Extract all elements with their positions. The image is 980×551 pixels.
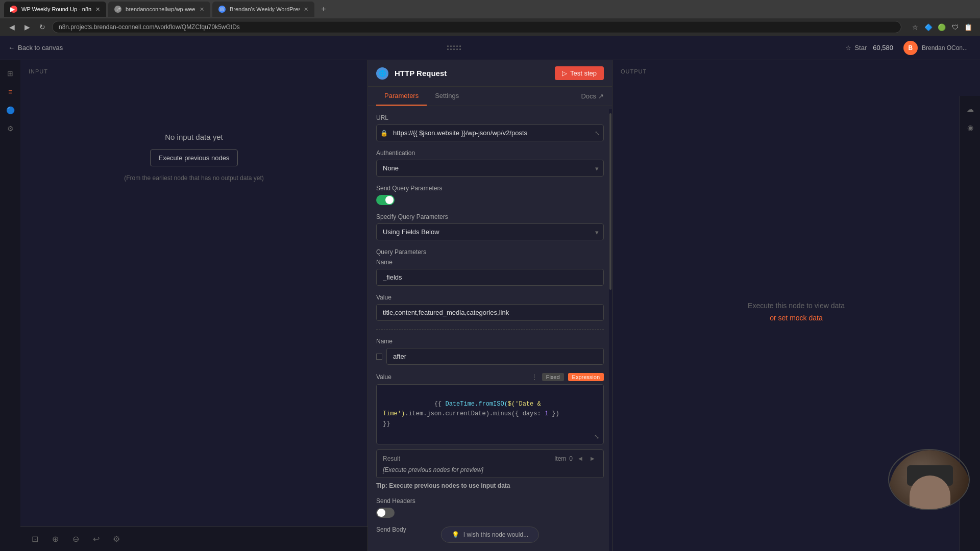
right-sidebar-icon-1[interactable]: ☁ bbox=[963, 102, 977, 116]
settings-btn[interactable]: ⚙ bbox=[108, 531, 125, 547]
test-step-btn[interactable]: ▷ Test step bbox=[555, 66, 604, 80]
user-video-avatar bbox=[889, 450, 970, 510]
scrollbar-thumb[interactable] bbox=[609, 113, 611, 290]
execute-previous-nodes-btn[interactable]: Execute previous nodes bbox=[150, 149, 238, 166]
forward-browser-btn[interactable]: ▶ bbox=[21, 21, 33, 33]
set-mock-data-link[interactable]: or set mock data bbox=[770, 314, 823, 322]
result-nav: Item 0 ◀ ▶ bbox=[554, 454, 597, 463]
specify-query-select[interactable]: Using Fields Below Using JSON bbox=[376, 223, 604, 240]
result-label: Result bbox=[383, 455, 400, 462]
expr-editor[interactable]: {{ DateTime.fromISO($('Date & Time').ite… bbox=[376, 384, 604, 444]
browser-chrome: ▶ WP Weekly Round Up - n8n ✕ ⎇ brendanoc… bbox=[0, 0, 980, 36]
param1-name-input[interactable] bbox=[376, 269, 604, 286]
send-headers-toggle-row bbox=[376, 508, 604, 518]
docs-label: Docs bbox=[581, 92, 596, 100]
expr-expand-icon[interactable]: ⤡ bbox=[594, 433, 599, 441]
output-panel-label: OUTPUT bbox=[621, 68, 972, 74]
url-input-wrapper: 🔒 ⤡ bbox=[376, 124, 604, 141]
sidebar-left: ⊞ ≡ 🔵 ⚙ bbox=[0, 60, 20, 551]
tab-1-close[interactable]: ✕ bbox=[95, 6, 100, 13]
tab-settings[interactable]: Settings bbox=[427, 87, 467, 106]
back-to-canvas-btn[interactable]: ← Back to canvas bbox=[8, 44, 63, 52]
credit-count-value: 60,580 bbox=[873, 44, 893, 52]
credit-count: 60,580 bbox=[873, 44, 893, 52]
result-next-btn[interactable]: ▶ bbox=[588, 454, 597, 463]
query-params-label: Query Parameters bbox=[376, 248, 604, 256]
param1-name-label: Name bbox=[376, 259, 604, 266]
param2-name-group: Name bbox=[376, 338, 604, 365]
auth-label: Authentication bbox=[376, 149, 604, 157]
bookmark-icon[interactable]: ☆ bbox=[910, 21, 921, 33]
param2-checkbox[interactable] bbox=[376, 354, 382, 360]
node-tabs: Parameters Settings Docs ↗ bbox=[368, 87, 612, 106]
auth-select[interactable]: None Basic Auth OAuth2 bbox=[376, 160, 604, 177]
expr-text: {{ DateTime.fromISO($('Date & Time').ite… bbox=[383, 390, 597, 439]
sidebar-icon-2[interactable]: ≡ bbox=[3, 85, 17, 99]
url-input[interactable] bbox=[376, 124, 604, 141]
zoom-out-btn[interactable]: ⊖ bbox=[67, 531, 84, 547]
input-panel-label: INPUT bbox=[29, 68, 359, 74]
expr-menu-icon[interactable]: ⋮ bbox=[531, 373, 538, 381]
star-btn[interactable]: ☆ Star bbox=[845, 44, 867, 52]
result-prev-btn[interactable]: ◀ bbox=[576, 454, 585, 463]
node-title: HTTP Request bbox=[395, 69, 549, 78]
tab-1-label: WP Weekly Round Up - n8n bbox=[21, 6, 91, 12]
url-expand-icon[interactable]: ⤡ bbox=[595, 130, 600, 137]
param2-name-input[interactable] bbox=[386, 348, 604, 365]
tab-2-close[interactable]: ✕ bbox=[200, 6, 204, 13]
user-name: Brendan OCon... bbox=[922, 44, 968, 52]
send-query-toggle-row bbox=[376, 195, 604, 205]
tab-3[interactable]: W Brendan's Weekly WordPress N... ✕ bbox=[212, 2, 314, 17]
address-bar-url: n8n.projects.brendan-oconnell.com/workfl… bbox=[59, 23, 240, 31]
extension-4-icon[interactable]: 📋 bbox=[963, 21, 974, 33]
reload-btn[interactable]: ↻ bbox=[37, 21, 48, 33]
send-query-toggle[interactable] bbox=[376, 195, 395, 205]
wish-node-icon: 💡 bbox=[452, 531, 459, 538]
app: ← Back to canvas ☆ Star 60,580 B Brendan… bbox=[0, 36, 980, 551]
right-sidebar-icon-2[interactable]: ◉ bbox=[963, 120, 977, 135]
tab-2[interactable]: ⎇ brendanoconnellwp/wp-weekl... ✕ bbox=[108, 2, 210, 17]
user-info: B Brendan OCon... bbox=[899, 41, 972, 55]
expr-expression-badge[interactable]: Expression bbox=[568, 373, 604, 381]
address-bar[interactable]: n8n.projects.brendan-oconnell.com/workfl… bbox=[52, 21, 901, 33]
test-step-icon: ▷ bbox=[562, 69, 567, 77]
tip-label: Tip: bbox=[376, 482, 387, 489]
back-browser-btn[interactable]: ◀ bbox=[6, 21, 17, 33]
wish-node-bubble[interactable]: 💡 I wish this node would... bbox=[441, 527, 539, 543]
tab-1-icon: ▶ bbox=[10, 6, 17, 13]
sidebar-icon-1[interactable]: ⊞ bbox=[3, 66, 17, 81]
star-icon: ☆ bbox=[845, 44, 851, 52]
result-item-num: 0 bbox=[569, 455, 573, 462]
tip-content: Execute previous nodes to use input data bbox=[389, 482, 510, 489]
extension-2-icon[interactable]: 🟢 bbox=[936, 21, 947, 33]
workflow-area: ⊞ ≡ 🔵 ⚙ INPUT No input data yet Execute … bbox=[0, 60, 980, 551]
node-editor: 🌐 HTTP Request ▷ Test step Parameters Se… bbox=[368, 60, 612, 551]
send-headers-toggle[interactable] bbox=[376, 508, 395, 518]
extension-1-icon[interactable]: 🔷 bbox=[923, 21, 934, 33]
send-headers-field-group: Send Headers bbox=[376, 497, 604, 518]
zoom-in-btn[interactable]: ⊕ bbox=[47, 531, 63, 547]
result-header: Result Item 0 ◀ ▶ bbox=[383, 454, 597, 463]
sidebar-icon-3[interactable]: 🔵 bbox=[3, 103, 17, 117]
expr-header: Value ⋮ Fixed Expression bbox=[376, 373, 604, 381]
url-label: URL bbox=[376, 114, 604, 121]
fit-view-btn[interactable]: ⊡ bbox=[27, 531, 43, 547]
expr-fixed-badge[interactable]: Fixed bbox=[542, 373, 564, 381]
docs-link[interactable]: Docs ↗ bbox=[581, 87, 604, 106]
bottom-toolbar: ⊡ ⊕ ⊖ ↩ ⚙ bbox=[20, 527, 368, 551]
extension-3-icon[interactable]: 🛡 bbox=[949, 21, 961, 33]
drag-handle[interactable] bbox=[445, 43, 463, 52]
tab-3-close[interactable]: ✕ bbox=[304, 6, 308, 13]
result-section: Result Item 0 ◀ ▶ [Execute previous node… bbox=[376, 449, 604, 478]
tip-text: Tip: Execute previous nodes to use input… bbox=[376, 482, 604, 489]
param1-value-input[interactable] bbox=[376, 304, 604, 321]
param-divider bbox=[376, 329, 604, 330]
test-step-label: Test step bbox=[570, 69, 597, 77]
url-field-group: URL 🔒 ⤡ bbox=[376, 114, 604, 141]
new-tab-button[interactable]: + bbox=[316, 2, 331, 16]
sidebar-icon-4[interactable]: ⚙ bbox=[3, 121, 17, 136]
video-overlay bbox=[888, 449, 970, 510]
undo-btn[interactable]: ↩ bbox=[88, 531, 104, 547]
tab-1[interactable]: ▶ WP Weekly Round Up - n8n ✕ bbox=[4, 2, 106, 17]
tab-parameters[interactable]: Parameters bbox=[376, 87, 427, 106]
